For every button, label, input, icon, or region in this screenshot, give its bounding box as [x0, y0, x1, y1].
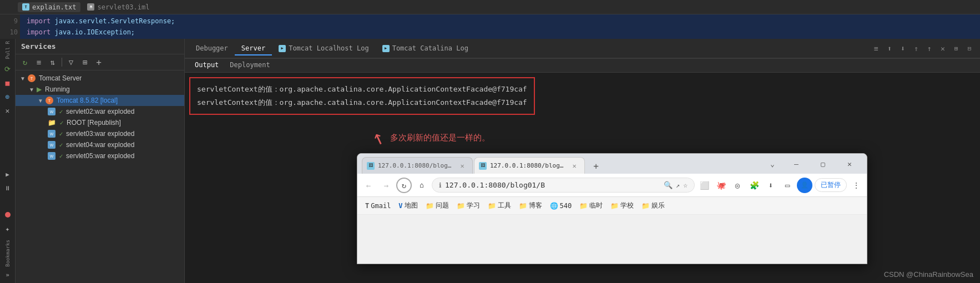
bookmark-issues[interactable]: 📁 问题: [422, 200, 452, 211]
tab-debugger[interactable]: Debugger: [189, 42, 235, 55]
edge-btn-red-dot[interactable]: [2, 209, 14, 221]
tab-localhost-log[interactable]: ▶ Tomcat Localhost Log: [272, 42, 376, 55]
window-minimize[interactable]: —: [784, 154, 809, 174]
tabs-bar: Debugger Server ▶ Tomcat Localhost Log ▶…: [185, 39, 980, 59]
bookmark-maps[interactable]: V 地图: [395, 200, 421, 211]
chrome-tab-a[interactable]: 🖼 127.0.0.1:8080/blog01/A ✕: [362, 157, 473, 174]
file-tab-servlet[interactable]: M servlet03.iml: [83, 2, 154, 12]
toolbar-icon-2[interactable]: ⬆: [883, 42, 896, 54]
check-icon-2: ✓: [59, 109, 63, 115]
sub-tab-deployment[interactable]: Deployment: [224, 59, 275, 72]
new-tab-button[interactable]: +: [588, 158, 604, 174]
bookmark-540[interactable]: 🌐 540: [547, 201, 575, 211]
tree-item-servlet02[interactable]: W ✓ servlet02:war exploded: [16, 106, 184, 117]
bookmark-blog[interactable]: 📁 博客: [516, 200, 545, 211]
tree-label-servlet02: servlet02:war exploded: [66, 108, 134, 115]
user-avatar[interactable]: 👤: [797, 178, 812, 193]
toolbar-icon-7[interactable]: ⊞: [950, 42, 962, 54]
tab-a-close[interactable]: ✕: [458, 161, 467, 170]
bookmark-study[interactable]: 📁 学习: [453, 200, 483, 211]
browser-window: 🖼 127.0.0.1:8080/blog01/A ✕ 🖼 127.0.0.1:…: [357, 153, 867, 264]
address-text: 127.0.0.1:8080/blog01/B: [445, 181, 545, 189]
toolbar-expand[interactable]: ⊞: [79, 56, 91, 68]
toolbar-icon-3[interactable]: ⬇: [897, 42, 909, 54]
tab-b-title: 127.0.0.1:8080/blog01/B: [490, 162, 567, 169]
nav-home[interactable]: ⌂: [414, 178, 430, 193]
edge-btn-3[interactable]: ⊕: [2, 91, 14, 103]
chrome-download-icon[interactable]: ⬇: [764, 178, 778, 193]
toolbar-icon-1[interactable]: ≡: [870, 42, 882, 54]
annotation-text: 多次刷新的值还是一样的。: [390, 133, 490, 143]
toolbar-add[interactable]: +: [93, 56, 105, 68]
chrome-tab-strip-icon[interactable]: ▭: [780, 178, 795, 193]
share-icon: ↗: [676, 181, 680, 189]
tree-label-tomcat-server: Tomcat Server: [39, 74, 82, 82]
toolbar-refresh[interactable]: ↻: [19, 56, 31, 68]
chrome-tab-bar: 🖼 127.0.0.1:8080/blog01/A ✕ 🖼 127.0.0.1:…: [357, 154, 867, 174]
lock-icon: ℹ: [439, 181, 442, 189]
tree-item-servlet03[interactable]: W ✓ servlet03:war exploded: [16, 128, 184, 139]
folder-blog-icon: 📁: [519, 202, 527, 210]
tree-label-tomcat-local: Tomcat 8.5.82 [local]: [57, 97, 118, 104]
toolbar-menu[interactable]: ≡: [33, 56, 45, 68]
edge-btn-1[interactable]: ⟳: [2, 63, 14, 75]
tab-catalina-log[interactable]: ▶ Tomcat Catalina Log: [376, 42, 475, 55]
address-input[interactable]: ℹ 127.0.0.1:8080/blog01/B 🔍 ↗ ☆: [432, 178, 695, 193]
nav-refresh[interactable]: ↻: [396, 178, 412, 193]
edge-btn-settings[interactable]: ✦: [2, 223, 14, 235]
edge-btn-4[interactable]: ✕: [2, 105, 14, 117]
chrome-tab-b[interactable]: 🖼 127.0.0.1:8080/blog01/B ✕: [474, 157, 585, 174]
window-maximize[interactable]: ▢: [810, 154, 836, 174]
edge-btn-pause[interactable]: ⏸: [2, 182, 14, 194]
sub-tab-output[interactable]: Output: [189, 59, 224, 72]
check-icon-4: ✓: [59, 142, 63, 148]
bookmark-temp[interactable]: 📁 临时: [576, 200, 606, 211]
bookmark-tools[interactable]: 📁 工具: [484, 200, 514, 211]
window-close[interactable]: ✕: [837, 154, 862, 174]
toolbar-icon-5[interactable]: ↑: [923, 42, 936, 54]
services-header: Services: [16, 39, 184, 54]
chrome-copy-icon[interactable]: ⬜: [697, 178, 711, 193]
tree-item-servlet05[interactable]: W ✓ servlet05:war exploded: [16, 150, 184, 161]
content-area: Debugger Server ▶ Tomcat Localhost Log ▶…: [185, 39, 980, 283]
tree-item-running[interactable]: ▼ ▶ Running: [16, 84, 184, 95]
nav-back[interactable]: ←: [361, 178, 376, 193]
services-panel: Services ↻ ≡ ⇅ ▽ ⊞ + ▼ T Tomcat Server: [16, 39, 185, 283]
folder-study-icon: 📁: [457, 202, 465, 210]
bookmark-gmail[interactable]: T Gmail: [362, 201, 394, 211]
edge-btn-2[interactable]: ■: [2, 77, 14, 89]
tab-server[interactable]: Server: [235, 42, 272, 55]
tree-item-tomcat-local[interactable]: ▼ T Tomcat 8.5.82 [local]: [16, 95, 184, 106]
chrome-extensions-icon[interactable]: 🐙: [714, 178, 728, 193]
toolbar-icon-6[interactable]: ✕: [937, 42, 949, 54]
tab-toolbar: ≡ ⬆ ⬇ ⇑ ↑ ✕ ⊞ ⊟: [870, 42, 976, 54]
tree-item-servlet04[interactable]: W ✓ servlet04:war exploded: [16, 139, 184, 150]
edge-btn-play[interactable]: ▶: [2, 168, 14, 180]
bookmark-entertainment[interactable]: 📁 娱乐: [638, 200, 668, 211]
bookmark-school[interactable]: 📁 学校: [607, 200, 637, 211]
localhost-log-icon: ▶: [279, 45, 286, 52]
tab-b-close[interactable]: ✕: [570, 161, 579, 170]
toolbar-icon-4[interactable]: ⇑: [910, 42, 922, 54]
bookmark-icon: ☆: [683, 181, 688, 189]
nav-forward[interactable]: →: [378, 178, 394, 193]
toolbar-filter[interactable]: ▽: [65, 56, 77, 68]
tree-label-servlet05: servlet05:war exploded: [66, 152, 134, 160]
chrome-puzzle-icon[interactable]: 🧩: [747, 178, 761, 193]
file-tab-explain[interactable]: T explain.txt: [18, 2, 80, 12]
tree-item-tomcat-server[interactable]: ▼ T Tomcat Server: [16, 73, 184, 84]
output-line-2: servletContext的值：org.apache.catalina.cor…: [197, 96, 527, 109]
tree-item-root[interactable]: 📁 ✓ ROOT [Republish]: [16, 117, 184, 128]
paused-button[interactable]: 已暂停: [815, 178, 847, 192]
chrome-menu-icon[interactable]: ⋮: [849, 178, 863, 193]
window-chevron[interactable]: ⌄: [762, 154, 782, 174]
edge-expand[interactable]: »: [2, 269, 14, 281]
toolbar-icon-8[interactable]: ⊟: [963, 42, 976, 54]
iml-file-icon: M: [87, 3, 94, 11]
annotation: ↗ 多次刷新的值还是一样的。: [373, 122, 490, 147]
tree-label-servlet04: servlet04:war exploded: [66, 141, 134, 149]
tree-label-servlet03: servlet03:war exploded: [66, 130, 134, 138]
toolbar-sort[interactable]: ⇅: [47, 56, 59, 68]
folder-issues-icon: 📁: [426, 202, 434, 210]
chrome-assistant-icon[interactable]: ◎: [730, 178, 745, 193]
